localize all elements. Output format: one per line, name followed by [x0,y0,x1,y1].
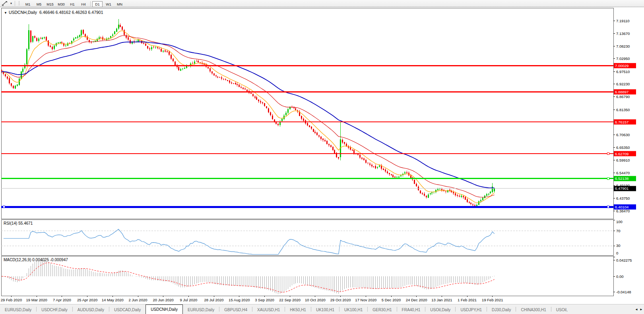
chart-ohlc-values: 6.46646 6.48162 6.46263 6.47901 [39,10,103,15]
chart-tab-fra40-h1[interactable]: FRA40,H1 [397,306,425,314]
chart-tab-usoil-daily[interactable]: USOil,Daily [425,306,455,314]
svg-text:28 Jul 2020: 28 Jul 2020 [204,298,224,302]
chart-tab-eurusd-daily[interactable]: EURUSD,Daily [0,306,36,314]
svg-text:6.92230: 6.92230 [616,82,630,86]
svg-text:7.00029: 7.00029 [615,64,628,68]
chart-tab-xauusd-h1[interactable]: XAUUSD,H1 [252,306,285,314]
svg-text:2 Jun 2020: 2 Jun 2020 [128,298,147,302]
toolbar-grip[interactable] [19,1,21,6]
svg-text:6.47901: 6.47901 [615,186,628,191]
svg-text:6.70630: 6.70630 [616,133,630,137]
chart-tab-bar: EURUSD,DailyUSDCHF,DailyAUDUSD,DailyUSDC… [0,304,644,314]
timeframe-button-h1[interactable]: H1 [67,1,78,7]
svg-text:14 May 2020: 14 May 2020 [102,298,124,302]
chart-tab-gbpusd-h4[interactable]: GBPUSD,H4 [219,306,252,314]
tab-scroll-buttons: ◄ ► [634,304,644,314]
chart-tab-hk50-h1[interactable]: HK50,H1 [285,306,311,314]
svg-text:29 Oct 2020: 29 Oct 2020 [330,298,351,302]
chart-tab-usdchf-daily[interactable]: USDCHF,Daily [37,306,72,314]
svg-text:6.97510: 6.97510 [616,69,630,74]
chart-tab-usdcnh-daily[interactable]: USDCNH,Daily [145,304,183,314]
chart-tab-eurusd-daily[interactable]: EURUSD,Daily [183,306,219,314]
svg-text:29 Feb 2020: 29 Feb 2020 [1,298,22,302]
tab-scroll-left-icon[interactable]: ◄ [635,308,638,311]
timeframe-buttons: M1M5M15M30H1H4D1W1MN [22,0,125,7]
toolbar-separator [90,1,91,6]
svg-text:0: 0 [616,251,618,255]
svg-text:30: 30 [616,243,621,248]
timeframe-button-m30[interactable]: M30 [56,1,66,7]
macd-indicator-label: MACD(12,26,9) 0.004025 -0.000947 [4,258,68,262]
svg-text:-0.04148: -0.04148 [616,290,631,294]
svg-text:6.81350: 6.81350 [616,108,630,112]
toolbar-separator [15,1,15,6]
chart-title: ▼USDCNH,Daily 6.46646 6.48162 6.46263 6.… [4,10,103,15]
svg-text:6.62709: 6.62709 [615,152,628,156]
timeframe-button-m15[interactable]: M15 [45,1,55,7]
svg-text:6.43750: 6.43750 [616,196,630,200]
chart-tab-usdcad-daily[interactable]: USDCAD,Daily [109,306,145,314]
timeframe-button-h4[interactable]: H4 [78,1,89,7]
svg-text:25 Apr 2020: 25 Apr 2020 [77,298,97,302]
svg-text:6.76157: 6.76157 [615,120,628,124]
chart-tab-dj30-daily[interactable]: DJ30,Daily [487,306,516,314]
svg-text:15 Aug 2020: 15 Aug 2020 [229,298,250,302]
svg-text:6.52138: 6.52138 [615,176,628,181]
crosshair-tool-icon[interactable] [0,0,9,7]
timeframe-toolbar: ▼ M1M5M15M30H1H4D1W1MN [0,0,644,7]
svg-text:9 Jul 2020: 9 Jul 2020 [180,298,197,302]
timeframe-button-d1[interactable]: D1 [92,1,103,7]
chart-tab-usdjpy-h1[interactable]: USDJPY,H1 [456,306,487,314]
svg-text:6.65350: 6.65350 [616,145,630,150]
svg-text:6.40104: 6.40104 [615,205,628,209]
svg-text:1 Feb 2021: 1 Feb 2021 [458,298,477,302]
svg-text:0.042275: 0.042275 [616,258,632,262]
svg-text:10 Oct 2020: 10 Oct 2020 [305,298,326,302]
timeframe-button-w1[interactable]: W1 [103,1,114,7]
svg-text:7.13670: 7.13670 [616,31,630,36]
svg-text:3 Sep 2020: 3 Sep 2020 [255,298,274,302]
timeframe-button-m5[interactable]: M5 [34,1,44,7]
svg-text:6.59910: 6.59910 [616,158,630,162]
tool-dropdown-caret-icon[interactable]: ▼ [9,2,14,5]
tab-scroll-right-icon[interactable]: ► [640,308,643,311]
svg-text:7.02950: 7.02950 [616,56,630,61]
chart-symbol-label: USDCNH,Daily [9,10,37,15]
chart-canvas[interactable]: 7.191107.136707.082307.029506.975106.922… [0,0,644,304]
svg-text:17 Nov 2020: 17 Nov 2020 [355,298,376,302]
timeframe-button-m1[interactable]: M1 [23,1,33,7]
collapse-chart-icon[interactable]: ▼ [4,11,7,15]
svg-text:6.86790: 6.86790 [616,94,630,99]
svg-text:5 Dec 2020: 5 Dec 2020 [382,298,401,302]
svg-text:100: 100 [616,220,623,224]
svg-text:19 Feb 2021: 19 Feb 2021 [482,298,503,302]
svg-text:7.19110: 7.19110 [616,19,630,23]
svg-text:22 Sep 2020: 22 Sep 2020 [279,298,301,302]
chart-tab-audusd-daily[interactable]: AUDUSD,Daily [73,306,109,314]
svg-text:70: 70 [616,229,621,233]
chart-tab-china300-h1[interactable]: CHINA300,H1 [516,306,551,314]
timeframe-button-mn[interactable]: MN [114,1,125,7]
chart-tab-ger30-h1[interactable]: GER30,H1 [368,306,396,314]
svg-text:24 Dec 2020: 24 Dec 2020 [406,298,427,302]
chart-tab-usoil-[interactable]: USOil, [551,306,572,314]
rsi-indicator-label: RSI(14) 55.4671 [4,221,33,225]
chart-tab-uk100-h1[interactable]: UK100,H1 [339,306,367,314]
svg-text:20 Jun 2020: 20 Jun 2020 [153,298,174,302]
svg-text:19 Mar 2020: 19 Mar 2020 [26,298,47,302]
svg-text:7 Apr 2020: 7 Apr 2020 [53,298,71,302]
mt4-window: ▼ M1M5M15M30H1H4D1W1MN 7.191107.136707.0… [0,0,644,314]
svg-text:6.54470: 6.54470 [616,171,630,175]
svg-text:13 Jan 2021: 13 Jan 2021 [431,298,452,302]
svg-text:0.00: 0.00 [616,274,624,279]
chart-tab-uk100-h1[interactable]: UK100,H1 [311,306,339,314]
svg-text:6.88897: 6.88897 [615,90,628,94]
svg-text:7.08230: 7.08230 [616,44,630,48]
